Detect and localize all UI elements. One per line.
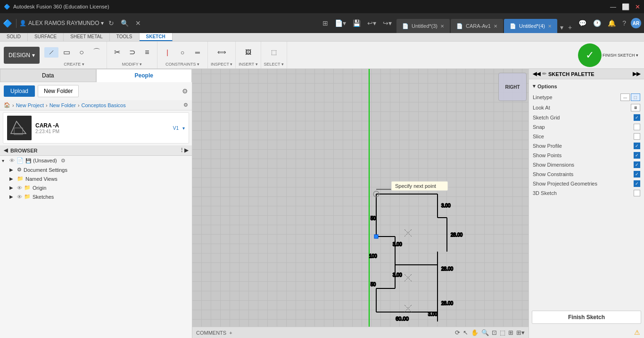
minimize-button[interactable]: — [610,3,616,10]
show-dimensions-checkbox[interactable]: ✓ [634,161,640,168]
sketch-grid-checkbox[interactable]: ✓ [634,114,640,121]
linetype-dashed-icon[interactable]: ⬚ [631,93,640,101]
show-profile-checkbox[interactable]: ✓ [634,143,640,149]
line-tool-button[interactable]: ⟋ [44,47,58,58]
browser-options-icon[interactable]: ⋮ [179,147,184,153]
view-cube[interactable]: RIGHT [498,73,527,101]
breadcrumb-conceptos[interactable]: Conceptos Basicos [82,102,126,108]
toolbar-tab-tools[interactable]: TOOLS [110,33,140,41]
show-points-checkbox[interactable]: ✓ [634,152,640,159]
tab-dropdown-icon[interactable]: ▾ [558,22,565,33]
constraint2-button[interactable]: ○ [175,48,190,57]
select-mode-icon[interactable]: ↖ [463,329,468,336]
history-icon[interactable]: 🕐 [591,17,603,29]
tab-close-button[interactable]: ✕ [548,24,552,29]
grid-icon[interactable]: ⊞ [321,17,330,29]
toolbar-tab-sheet-metal[interactable]: SHEET METAL [64,33,110,41]
maximize-button[interactable]: ⬜ [622,3,629,10]
browser-item-named-views[interactable]: ▶ 📁 Named Views [0,174,192,183]
pan-icon[interactable]: ⟳ [455,329,460,336]
browser-item-origin[interactable]: ▶ 👁 📁 Origin [0,183,192,192]
comment-icon[interactable]: 💬 [577,17,588,29]
expand-icon[interactable]: ▶ [9,167,15,172]
circle-tool-button[interactable]: ○ [74,47,89,58]
user-avatar[interactable]: AR [631,18,641,28]
browser-collapse-icon[interactable]: ◀ [4,147,8,153]
canvas-area[interactable]: 60.00 50 3.00 28.00 100 [192,69,528,338]
select-button[interactable]: ⬚ [267,48,281,57]
grid-settings-icon[interactable]: ⊞ [508,329,513,336]
visibility-icon[interactable]: 👁 [17,185,22,191]
pan-tool-icon[interactable]: ✋ [471,329,479,336]
toolbar-tab-solid[interactable]: SOLID [0,33,28,41]
design-mode-button[interactable]: DESIGN ▾ [4,47,40,64]
constraint1-button[interactable]: | [160,48,174,57]
browser-item-unsaved[interactable]: ▾ 👁 📄 💾 (Unsaved) ⚙ [0,156,192,165]
zoom-fit-icon[interactable]: ⊡ [492,329,497,336]
expand-icon[interactable]: ▶ [9,194,15,199]
breadcrumb-new-folder[interactable]: New Folder [50,102,76,108]
visibility-icon[interactable]: 👁 [9,158,15,163]
breadcrumb-new-project[interactable]: New Project [16,102,44,108]
redo-icon[interactable]: ↪▾ [381,17,394,29]
finish-sketch-panel-button[interactable]: Finish Sketch [532,311,641,324]
view-settings-icon[interactable]: ⊞▾ [516,329,525,336]
browser-item-settings-icon[interactable]: ⚙ [61,158,66,164]
file-item-cara-a[interactable]: CARA -A 2:23:41 PM V1 ▾ [3,112,189,144]
expand-icon[interactable]: ▶ [9,176,15,181]
people-tab[interactable]: People [96,69,192,82]
data-tab[interactable]: Data [0,69,96,82]
arc-tool-button[interactable]: ⌒ [90,46,104,58]
expand-icon[interactable]: ▾ [2,158,8,163]
add-comment-icon[interactable]: + [229,330,232,336]
linetype-solid-icon[interactable]: — [620,93,630,101]
search-icon[interactable]: 🔍 [119,17,131,29]
notification-icon[interactable]: 🔔 [606,17,618,29]
close-button[interactable]: ✕ [635,3,640,10]
file-version[interactable]: V1 [173,126,179,131]
display-settings-icon[interactable]: ⬚ [500,329,505,336]
toolbar-tab-surface[interactable]: SURFACE [28,33,64,41]
file-version-dropdown-icon[interactable]: ▾ [182,126,185,131]
show-constraints-checkbox[interactable]: ✓ [634,171,640,177]
tab-cara-av1[interactable]: 📄 CARA-Av1 ✕ [451,19,503,33]
finish-sketch-label[interactable]: FINISH SKETCH ▾ [603,53,638,58]
user-menu[interactable]: 👤 ALEX RAMOS RAYMUNDO ▾ [19,20,104,26]
help-icon[interactable]: ? [620,17,628,29]
offset-tool-button[interactable]: ⊃ [125,47,139,58]
panel-settings-icon[interactable]: ⚙ [182,87,188,95]
expand-icon[interactable]: ▶ [9,185,15,190]
visibility-icon[interactable]: 👁 [17,194,22,200]
tab-close-button[interactable]: ✕ [494,24,497,29]
snap-checkbox[interactable] [634,124,640,130]
lookat-icon[interactable]: 🖥 [631,104,640,111]
refresh-icon[interactable]: ↻ [107,17,116,29]
tab-untitled3[interactable]: 📄 Untitled*(3) ✕ [396,19,450,33]
save-icon[interactable]: 💾 [351,17,363,29]
show-projected-checkbox[interactable]: ✓ [634,180,640,187]
constraint3-button[interactable]: ═ [190,48,205,57]
palette-expand-icon[interactable]: ▶▶ [633,71,640,77]
home-icon[interactable]: 🏠 [4,102,10,108]
dimension-button[interactable]: ⟺ [215,48,229,57]
file-menu-icon[interactable]: 📄▾ [333,17,348,29]
palette-collapse-icon[interactable]: ◀◀ [533,71,540,77]
upload-button[interactable]: Upload [4,85,35,97]
browser-expand-icon[interactable]: ▶ [184,147,188,153]
title-bar-controls[interactable]: — ⬜ ✕ [610,3,640,10]
finish-sketch-button[interactable]: ✓ [578,43,602,67]
palette-section-title[interactable]: ▾ Options [533,83,640,89]
toolbar-tab-sketch[interactable]: SKETCH [140,33,173,41]
insert-image-button[interactable]: 🖼 [241,48,255,57]
slice-checkbox[interactable] [634,133,640,140]
project-tool-button[interactable]: ≡ [140,47,154,58]
tab-untitled4[interactable]: 📄 Untitled*(4) ✕ [504,19,557,33]
new-folder-button[interactable]: New Folder [38,85,79,97]
undo-icon[interactable]: ↩▾ [365,17,378,29]
browser-item-document-settings[interactable]: ▶ ⚙ Document Settings [0,165,192,174]
3d-sketch-checkbox[interactable] [634,190,640,196]
rectangle-tool-button[interactable]: ▭ [59,47,74,58]
new-tab-icon[interactable]: + [566,22,574,33]
trim-tool-button[interactable]: ✂ [110,47,124,58]
zoom-icon[interactable]: 🔍 [481,329,489,336]
